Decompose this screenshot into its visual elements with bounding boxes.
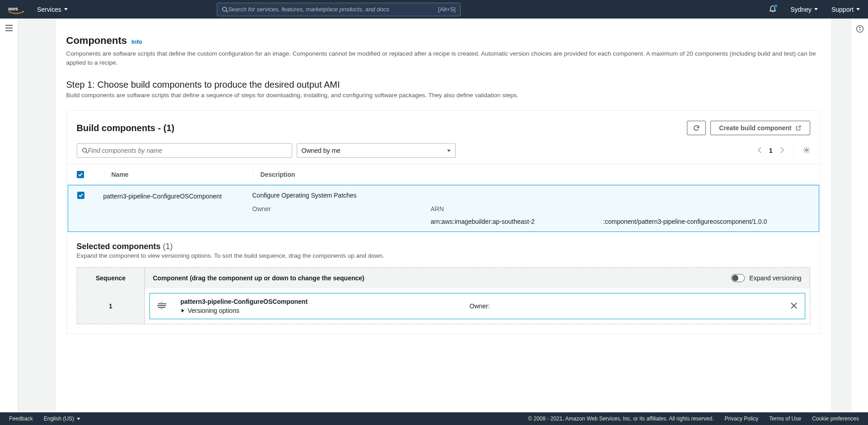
build-components-title: Build components - (1) [77,123,175,133]
selected-title-text: Selected components [77,242,161,251]
expand-versioning-label: Expand versioning [749,274,801,282]
versioning-expand[interactable]: Versioning options [181,307,470,314]
page-description: Components are software scripts that def… [66,49,821,67]
region-label: Sydney [790,6,812,13]
svg-line-7 [86,152,88,154]
sequence-card: Sequence Component (drag the component u… [77,267,810,324]
services-menu[interactable]: Services [37,6,68,13]
toggle-knob [732,275,738,281]
global-search[interactable]: [Alt+S] [217,3,461,16]
expand-versioning-toggle[interactable] [731,274,745,282]
cookie-link[interactable]: Cookie preferences [812,416,859,422]
caret-down-icon [64,8,68,10]
aws-logo[interactable]: aws [8,5,24,14]
page-title: Components [66,35,127,47]
caret-down-icon [856,8,860,10]
step-title: Step 1: Choose build components to produ… [66,80,821,90]
check-icon [78,193,84,198]
col-name: Name [104,171,253,178]
support-label: Support [831,6,854,13]
top-nav: aws Services [Alt+S] Sydney Support [0,0,868,19]
close-icon [790,302,798,309]
sequence-index: 1 [77,288,145,324]
step-description: Build components are software scripts th… [66,92,821,99]
svg-point-1 [222,7,226,11]
owner-label: Owner [252,205,431,212]
terms-link[interactable]: Terms of Use [769,416,801,422]
owner-filter-select[interactable]: Owned by me [297,143,456,158]
region-menu[interactable]: Sydney [790,6,818,13]
selected-count: (1) [163,242,173,251]
copyright: © 2008 - 2021, Amazon Web Services, Inc.… [528,416,714,422]
svg-point-6 [82,148,86,152]
caret-down-icon [814,8,818,10]
external-link-icon [795,125,802,131]
notifications-icon[interactable] [769,5,777,14]
component-name: pattern3-pipeline-ConfigureOSComponent [181,298,470,305]
col-description: Description [253,171,810,178]
info-icon [856,25,864,33]
chevron-left-icon [757,147,762,153]
search-shortcut: [Alt+S] [438,6,456,13]
draggable-component[interactable]: pattern3-pipeline-ConfigureOSComponent V… [149,293,805,319]
component-search-input[interactable] [88,147,287,154]
feedback-link[interactable]: Feedback [9,416,33,422]
global-search-input[interactable] [228,6,438,13]
svg-line-2 [226,10,228,12]
caret-down-icon [77,418,80,420]
language-selector[interactable]: English (US) [44,416,80,422]
refresh-button[interactable] [687,121,706,135]
refresh-icon [693,124,700,132]
row-checkbox[interactable] [77,192,84,199]
table-row[interactable]: pattern3-pipeline-ConfigureOSComponent C… [68,185,819,232]
help-panel-toggle[interactable] [851,19,868,412]
chevron-right-icon [780,147,784,153]
svg-point-16 [859,27,860,28]
table-preferences[interactable] [803,146,810,155]
create-build-component-button[interactable]: Create build component [710,121,810,135]
footer: Feedback English (US) © 2008 - 2021, Ama… [0,412,868,425]
row-description: Configure Operating System Patches [252,192,810,199]
selected-components-title: Selected components (1) [77,242,810,251]
row-name: pattern3-pipeline-ConfigureOSComponent [103,192,252,225]
pager-prev[interactable] [757,147,762,155]
notification-badge [774,4,778,8]
left-panel-toggle[interactable] [0,19,18,412]
gear-icon [803,146,810,154]
remove-component-button[interactable] [779,301,798,312]
hamburger-icon [5,25,13,31]
support-menu[interactable]: Support [831,6,860,13]
component-search-box[interactable] [77,143,292,158]
selected-description: Expand the component to view versioning … [77,252,810,259]
sequence-header: Sequence [77,268,145,288]
pager-page[interactable]: 1 [769,147,773,154]
owner-filter-value: Owned by me [302,147,341,154]
search-icon [222,6,228,13]
arn-label: ARN [431,205,810,212]
svg-point-8 [806,149,807,151]
arn-value: arn:aws:imagebuilder:ap-southeast-2 :com… [431,218,810,225]
info-link[interactable]: Info [131,38,142,45]
triangle-right-icon [181,308,185,313]
select-all-checkbox[interactable] [77,171,84,178]
privacy-link[interactable]: Privacy Policy [725,416,759,422]
component-owner-label: Owner: [470,302,779,310]
drag-handle-icon[interactable] [157,302,181,311]
pager-next[interactable] [780,147,784,155]
caret-down-icon [447,150,451,152]
create-build-component-label: Create build component [719,124,791,132]
services-label: Services [37,6,61,13]
language-label: English (US) [44,416,74,422]
versioning-label: Versioning options [188,307,239,314]
component-header: Component (drag the component up or down… [153,274,364,282]
check-icon [78,172,83,177]
svg-text:aws: aws [8,5,19,11]
search-icon [82,147,88,154]
build-components-card: Build components - (1) Create build comp… [66,110,821,334]
